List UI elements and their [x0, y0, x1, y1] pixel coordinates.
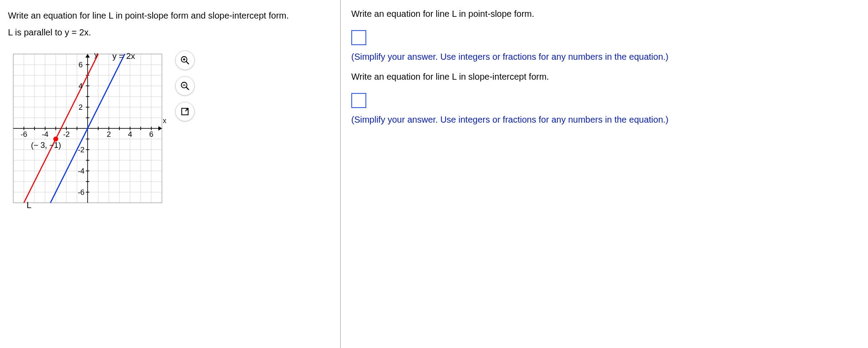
y-axis-label: y: [94, 51, 98, 58]
svg-line-61: [186, 62, 189, 64]
answer-pane: Write an equation for line L in point-sl…: [341, 0, 868, 348]
tick-y-neg4: -4: [78, 167, 84, 175]
tick-x-2: 2: [107, 130, 111, 139]
zoom-in-icon: [180, 55, 190, 65]
tick-y-4: 4: [79, 82, 83, 90]
graph-controls: [175, 50, 195, 121]
hint-point-slope: (Simplify your answer. Use integers or f…: [351, 52, 857, 62]
coordinate-graph: -6 -4 -2 2 4 6 6 4 2 -2 -4 -6 y x (− 3, …: [8, 49, 167, 208]
question-text: Write an equation for line L in point-sl…: [8, 7, 332, 41]
zoom-in-button[interactable]: [175, 50, 195, 70]
tick-x-4: 4: [128, 130, 132, 139]
tick-x-neg4: -4: [42, 130, 48, 139]
zoom-out-icon: [180, 81, 190, 91]
tick-y-6: 6: [79, 61, 83, 69]
svg-line-65: [186, 87, 189, 90]
svg-marker-31: [158, 126, 162, 131]
point-label: (− 3, −1): [31, 141, 61, 150]
tick-y-neg6: -6: [78, 188, 84, 197]
zoom-out-button[interactable]: [175, 76, 195, 96]
expand-button[interactable]: [175, 102, 195, 121]
answer-input-point-slope[interactable]: [351, 30, 366, 45]
question-line-1: Write an equation for line L in point-sl…: [8, 7, 332, 24]
reference-line-label: y = 2x: [112, 51, 135, 61]
tick-x-neg2: -2: [63, 130, 69, 139]
x-axis-label: x: [163, 117, 166, 124]
svg-marker-32: [85, 54, 90, 58]
expand-icon: [180, 107, 190, 116]
tick-y-neg2: -2: [78, 146, 84, 154]
answer-input-slope-intercept[interactable]: [351, 93, 366, 108]
question-line-2: L is parallel to y = 2x.: [8, 24, 332, 41]
hint-slope-intercept: (Simplify your answer. Use integers or f…: [351, 115, 857, 125]
prompt-slope-intercept: Write an equation for line L in slope-in…: [351, 70, 857, 83]
question-pane: Write an equation for line L in point-sl…: [0, 0, 341, 348]
tick-y-2: 2: [79, 103, 83, 112]
graph-area: -6 -4 -2 2 4 6 6 4 2 -2 -4 -6 y x (− 3, …: [8, 49, 203, 213]
line-L-label: L: [27, 200, 31, 208]
tick-x-neg6: -6: [20, 130, 27, 139]
tick-x-6: 6: [149, 130, 153, 139]
prompt-point-slope: Write an equation for line L in point-sl…: [351, 7, 857, 20]
